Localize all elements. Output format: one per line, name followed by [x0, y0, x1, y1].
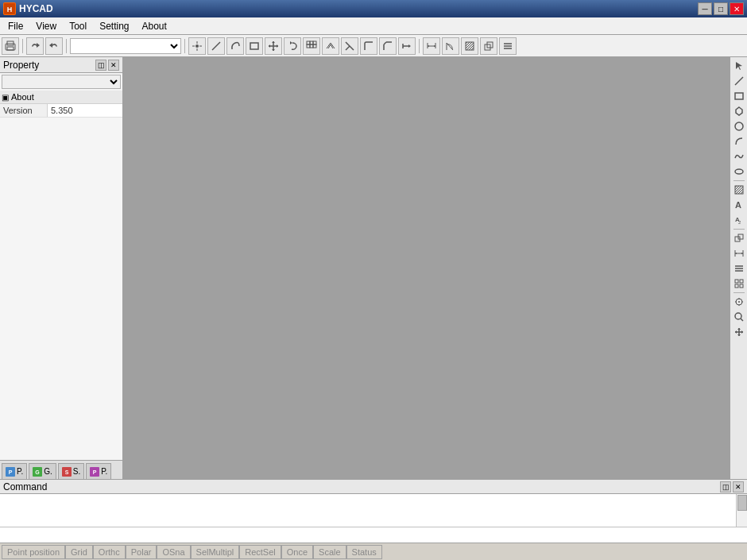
toolbar-rotate[interactable] — [284, 37, 301, 55]
maximize-button[interactable]: □ — [714, 2, 728, 15]
status-osnap[interactable]: OSna — [157, 545, 190, 559]
svg-line-23 — [384, 42, 386, 44]
right-tool-text[interactable]: A — [732, 198, 746, 212]
property-close-button[interactable]: ✕ — [108, 60, 119, 71]
status-sel-multi[interactable]: SelMultipl — [191, 545, 240, 559]
svg-rect-75 — [735, 284, 738, 288]
svg-rect-51 — [735, 93, 743, 99]
status-polar[interactable]: Polar — [126, 545, 157, 559]
drawing-area[interactable] — [123, 57, 730, 479]
toolbar-extend[interactable] — [398, 37, 416, 55]
property-dropdown[interactable] — [2, 75, 121, 89]
toolbar-print-btn[interactable] — [2, 37, 19, 55]
property-pin-button[interactable]: ◫ — [95, 60, 106, 71]
layer-tab-2[interactable]: S S. — [58, 463, 84, 479]
toolbar-offset[interactable] — [322, 37, 339, 55]
svg-rect-13 — [310, 41, 313, 44]
property-panel-header: Property ◫ ✕ — [0, 57, 122, 73]
layer-tab-icon-2: S — [62, 467, 72, 477]
svg-point-54 — [735, 169, 743, 174]
command-close-button[interactable]: ✕ — [733, 481, 744, 492]
property-group-about[interactable]: ▣ About — [0, 91, 122, 104]
status-grid[interactable]: Grid — [65, 545, 93, 559]
layer-tab-0[interactable]: P P. — [2, 463, 27, 479]
right-tool-hatch[interactable] — [732, 183, 746, 197]
menu-bar: File View Tool Setting About — [0, 17, 747, 35]
layer-tab-3[interactable]: P P. — [86, 463, 111, 479]
property-key-version: Version — [0, 104, 48, 117]
menu-tool[interactable]: Tool — [63, 19, 93, 33]
right-tool-rect[interactable] — [732, 89, 746, 103]
work-area: Property ◫ ✕ ▣ About Version 5.350 — [0, 57, 747, 479]
right-tool-layer[interactable] — [732, 261, 746, 276]
svg-point-5 — [195, 44, 199, 48]
right-tool-line[interactable] — [732, 74, 746, 88]
svg-rect-12 — [307, 41, 310, 44]
status-once[interactable]: Once — [281, 545, 313, 559]
svg-rect-16 — [310, 44, 313, 48]
right-tool-polygon[interactable] — [732, 104, 746, 118]
close-button[interactable]: ✕ — [730, 2, 744, 15]
right-tool-circle[interactable] — [732, 119, 746, 133]
svg-line-60 — [738, 189, 743, 194]
status-scale[interactable]: Scale — [313, 545, 346, 559]
status-point-position[interactable]: Point position — [2, 545, 65, 559]
layer-tab-icon-1: G — [33, 467, 42, 477]
toolbar-fillet[interactable] — [360, 37, 377, 55]
menu-setting[interactable]: Setting — [93, 19, 135, 33]
toolbar-layer-mgr[interactable] — [499, 37, 517, 55]
right-tool-arc[interactable] — [732, 134, 746, 149]
svg-point-83 — [735, 313, 741, 319]
command-input[interactable] — [0, 527, 747, 543]
right-tool-mtext[interactable]: A2 — [732, 213, 746, 227]
right-tool-ellipse[interactable] — [732, 164, 746, 179]
right-tool-grid[interactable] — [732, 276, 746, 291]
layer-tab-label-0: P. — [17, 467, 23, 476]
right-tool-pan[interactable] — [732, 325, 746, 339]
command-output[interactable] — [0, 494, 747, 527]
menu-view[interactable]: View — [29, 19, 63, 33]
svg-line-19 — [346, 46, 350, 50]
toolbar-hatch[interactable] — [461, 37, 478, 55]
toolbar-draw-point[interactable] — [188, 37, 206, 55]
toolbar-trim[interactable] — [341, 37, 358, 55]
right-toolbar: A A2 — [730, 57, 747, 479]
right-tool-spline[interactable] — [732, 149, 746, 164]
right-tool-zoom[interactable] — [732, 310, 746, 324]
right-sep-2 — [733, 229, 745, 230]
toolbar-layer-dropdown[interactable] — [70, 38, 181, 54]
menu-about[interactable]: About — [136, 19, 173, 33]
toolbar-dim-angle[interactable] — [442, 37, 459, 55]
toolbar-draw-rect[interactable] — [246, 37, 263, 55]
command-scrollbar[interactable] — [736, 494, 747, 527]
toolbar-block[interactable] — [480, 37, 497, 55]
menu-file[interactable]: File — [2, 19, 29, 33]
command-input-row — [0, 527, 747, 543]
layer-tab-label-3: P. — [101, 467, 107, 476]
right-tool-select[interactable] — [732, 59, 746, 73]
status-status[interactable]: Status — [346, 545, 382, 559]
property-panel: Property ◫ ✕ ▣ About Version 5.350 — [0, 57, 123, 479]
svg-rect-15 — [307, 44, 310, 48]
command-pin-button[interactable]: ◫ — [720, 481, 731, 492]
toolbar-draw-arc[interactable] — [226, 37, 244, 55]
right-tool-dim[interactable] — [732, 246, 746, 261]
minimize-button[interactable]: ─ — [698, 2, 712, 15]
toolbar-redo-btn[interactable] — [45, 37, 63, 55]
layer-tab-1[interactable]: G G. — [29, 463, 56, 479]
svg-rect-4 — [7, 47, 14, 50]
content-area: Property ◫ ✕ ▣ About Version 5.350 — [0, 57, 747, 543]
svg-point-78 — [738, 301, 740, 303]
status-ortho[interactable]: Orthc — [93, 545, 126, 559]
right-tool-snap[interactable] — [732, 295, 746, 309]
toolbar-dim-linear[interactable] — [423, 37, 440, 55]
status-rect-sel[interactable]: RectSel — [239, 545, 281, 559]
layer-tabs: P P. G G. S S. P P. — [0, 460, 122, 479]
layer-tab-label-1: G. — [44, 467, 52, 476]
right-tool-insert-block[interactable] — [732, 231, 746, 245]
toolbar-draw-line[interactable] — [207, 37, 225, 55]
toolbar-chamfer[interactable] — [379, 37, 397, 55]
toolbar-undo-btn[interactable] — [26, 37, 44, 55]
toolbar-move[interactable] — [265, 37, 282, 55]
toolbar-array[interactable] — [303, 37, 320, 55]
